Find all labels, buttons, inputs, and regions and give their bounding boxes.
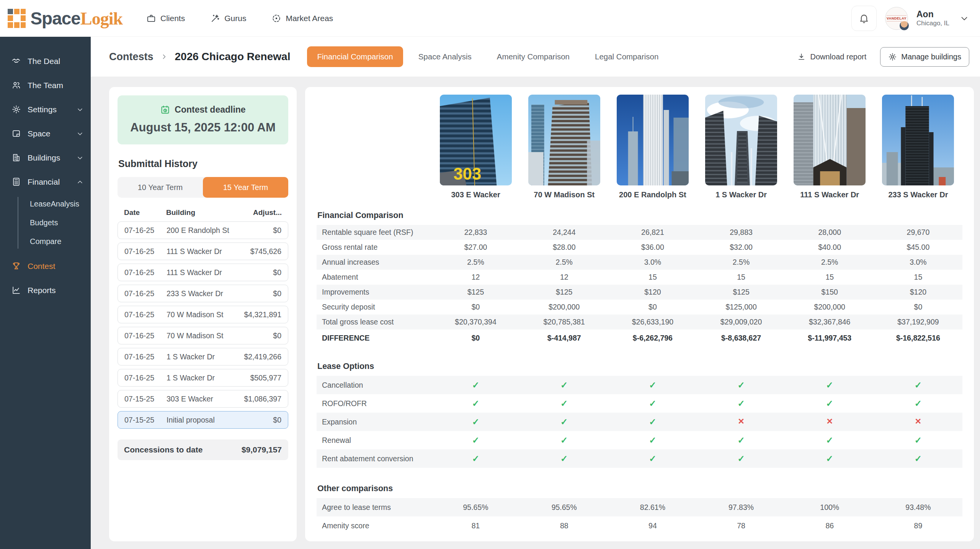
comparison-row: Security deposit $0$200,000$0$125,000$20…	[317, 300, 962, 315]
difference-value: $-11,997,453	[786, 334, 874, 343]
sidebar-label: The Deal	[28, 57, 60, 66]
sidebar-label: Financial	[28, 177, 60, 187]
notifications-button[interactable]	[851, 6, 877, 31]
submittal-building: 111 S Wacker Dr	[167, 247, 250, 256]
sidebar-item-buildings[interactable]: Buildings	[0, 146, 91, 170]
submittal-building: 70 W Madison St	[167, 331, 273, 340]
row-label: Expansion	[317, 418, 431, 426]
building-icon	[11, 153, 21, 162]
user-menu[interactable]: Aon Chicago, IL	[916, 9, 949, 28]
tab-amenity-comparison[interactable]: Amenity Comparison	[487, 46, 580, 67]
building-photo-303-e-wacker: 303	[440, 95, 512, 185]
term-toggle: 10 Year Term 15 Year Term	[118, 177, 288, 198]
submittal-row[interactable]: 07-16-25 70 W Madison St $0	[118, 327, 288, 344]
tab-legal-comparison[interactable]: Legal Comparison	[585, 46, 668, 67]
sidebar-item-the-team[interactable]: The Team	[0, 73, 91, 97]
submittal-building: 1 S Wacker Dr	[167, 374, 250, 382]
page-title: 2026 Chicago Renewal	[175, 51, 291, 63]
submittal-row[interactable]: 07-16-25 111 S Wacker Dr $0	[118, 264, 288, 281]
lease-option-rows: Cancellation ✓✓✓✓✓✓ ROFO/ROFR ✓✓✓✓✓✓ Exp…	[317, 376, 962, 468]
tab-space-analysis[interactable]: Space Analysis	[408, 46, 482, 67]
term-10-year-button[interactable]: 10 Year Term	[118, 177, 203, 198]
comparison-value: $29,009,020	[697, 318, 786, 326]
header-actions: Download report Manage buildings	[795, 47, 969, 67]
submittal-amount: $1,086,397	[244, 395, 281, 403]
contest-deadline-card: Contest deadline August 15, 2025 12:00 A…	[118, 95, 288, 144]
bell-icon	[858, 13, 870, 24]
comparison-value: $0	[874, 303, 962, 311]
sidebar-item-the-deal[interactable]: The Deal	[0, 49, 91, 73]
avatar[interactable]: VANDELAY	[885, 7, 908, 30]
sidebar-item-budgets[interactable]: Budgets	[0, 213, 91, 232]
row-label: Renewal	[317, 436, 431, 445]
row-label: Total gross lease cost	[317, 318, 431, 326]
sidebar-sublabel: Compare	[30, 237, 61, 246]
building-photos-row: 303	[317, 89, 962, 185]
submittal-building: 70 W Madison St	[167, 310, 244, 319]
comparison-value: 15	[697, 273, 786, 282]
user-org: Aon	[916, 9, 949, 20]
lease-option-mark: ✓	[520, 398, 608, 409]
comparison-value: $125	[520, 288, 608, 297]
submittal-amount: $0	[273, 289, 281, 298]
space-icon	[11, 129, 21, 138]
nav-clients[interactable]: Clients	[146, 13, 185, 23]
submittal-date: 07-16-25	[124, 226, 167, 235]
building-photo-233-s-wacker	[882, 95, 954, 185]
comparison-value: 2.5%	[786, 258, 874, 267]
submittal-amount: $0	[273, 268, 281, 277]
tab-financial-comparison[interactable]: Financial Comparison	[307, 46, 403, 67]
comparison-value: 28,000	[786, 228, 874, 237]
submittal-row[interactable]: 07-16-25 233 S Wacker Dr $0	[118, 285, 288, 302]
other-comparisons-title: Other comparisons	[317, 484, 962, 493]
financial-rows: Rentable square feet (RSF) 22,83324,2442…	[317, 225, 962, 329]
sidebar-item-reports[interactable]: Reports	[0, 278, 91, 302]
comparison-value: $125,000	[697, 303, 786, 311]
nav-gurus[interactable]: Gurus	[210, 13, 246, 23]
row-label: Cancellation	[317, 381, 431, 390]
submittal-row[interactable]: 07-16-25 70 W Madison St $4,321,891	[118, 306, 288, 323]
submittal-row[interactable]: 07-16-25 1 S Wacker Dr $2,419,266	[118, 348, 288, 365]
download-report-button[interactable]: Download report	[795, 52, 869, 62]
lease-option-mark: ✓	[786, 435, 874, 446]
submittal-building: 233 S Wacker Dr	[167, 289, 273, 298]
submittal-date: 07-15-25	[124, 416, 167, 424]
comparison-value: 95.65%	[431, 503, 520, 512]
submittal-date: 07-15-25	[124, 395, 167, 403]
comparison-tabs: Financial Comparison Space Analysis Amen…	[307, 46, 668, 67]
submittal-date: 07-16-25	[124, 268, 167, 277]
submittal-date: 07-16-25	[124, 289, 167, 298]
chevron-down-icon[interactable]	[959, 13, 969, 23]
sidebar-item-space[interactable]: Space	[0, 121, 91, 146]
comparison-value: $150	[786, 288, 874, 297]
sidebar-item-contest[interactable]: Contest	[0, 254, 91, 278]
breadcrumb-contests[interactable]: Contests	[109, 51, 154, 63]
lease-option-mark: ✓	[520, 454, 608, 464]
lease-option-mark: ✓	[431, 380, 520, 390]
comparison-value: 81	[431, 521, 520, 530]
sidebar-item-leaseanalysis[interactable]: LeaseAnalysis	[0, 195, 91, 213]
term-15-year-button[interactable]: 15 Year Term	[203, 177, 288, 198]
sidebar-item-settings[interactable]: Settings	[0, 97, 91, 121]
lease-option-mark: ✓	[874, 398, 962, 409]
row-label: Agree to lease terms	[317, 503, 431, 512]
difference-value: $-16,822,516	[874, 334, 962, 343]
manage-buildings-button[interactable]: Manage buildings	[880, 47, 969, 67]
lease-option-mark: ✓	[520, 380, 608, 390]
submittal-row[interactable]: 07-16-25 111 S Wacker Dr $745,626	[118, 243, 288, 260]
comparison-value: $20,370,394	[431, 318, 520, 326]
row-label: DIFFERENCE	[317, 334, 431, 343]
nav-market-areas[interactable]: Market Areas	[271, 13, 333, 23]
lease-option-mark: ✓	[608, 454, 697, 464]
comparison-value: 26,821	[608, 228, 697, 237]
building-photo-70-w-madison	[528, 95, 600, 185]
submittal-row[interactable]: 07-16-25 1 S Wacker Dr $505,977	[118, 369, 288, 387]
sidebar-item-compare[interactable]: Compare	[0, 232, 91, 251]
app-logo[interactable]: SpaceLogik	[8, 8, 122, 29]
submittal-row[interactable]: 07-15-25 Initial proposal $0	[118, 411, 288, 429]
submittal-row[interactable]: 07-15-25 303 E Wacker $1,086,397	[118, 390, 288, 408]
sidebar-item-financial[interactable]: Financial	[0, 170, 91, 194]
submittal-row[interactable]: 07-16-25 200 E Randolph St $0	[118, 221, 288, 239]
submittal-building: Initial proposal	[167, 416, 273, 424]
breadcrumb: Contests 2026 Chicago Renewal	[109, 51, 290, 63]
